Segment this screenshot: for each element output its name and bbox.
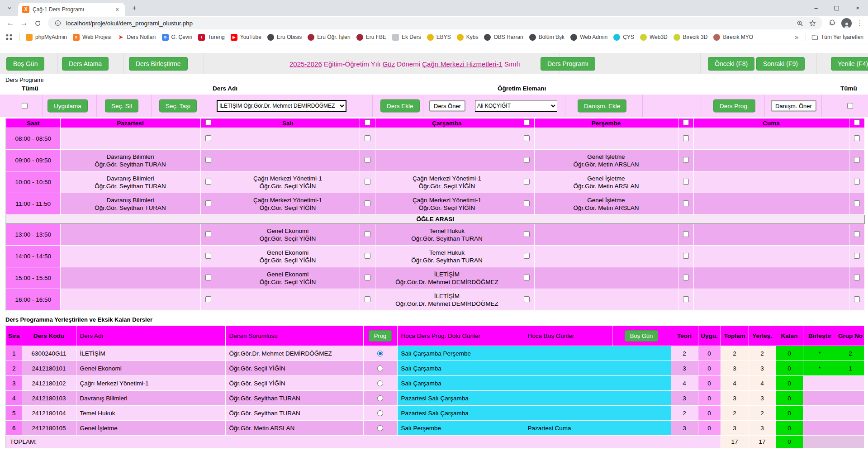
cell-checkbox[interactable]: [365, 253, 370, 259]
cell-checkbox[interactable]: [683, 275, 689, 280]
cell-checkbox[interactable]: [854, 231, 860, 237]
cell-checkbox[interactable]: [683, 157, 689, 163]
day-select-checkbox[interactable]: [683, 119, 689, 125]
danism-ekle-button[interactable]: Danışm. Ekle: [578, 100, 626, 113]
cell-checkbox[interactable]: [365, 296, 370, 302]
bookmark-web3d[interactable]: Web3D: [640, 34, 668, 41]
prog-radio[interactable]: [377, 425, 383, 431]
title-link[interactable]: Çağrı Merkezi Hizmetleri-1: [422, 60, 503, 67]
bookmark-birecik-3d[interactable]: Birecik 3D: [674, 34, 708, 41]
cell-checkbox[interactable]: [365, 157, 370, 163]
cell-checkbox[interactable]: [854, 200, 860, 206]
prog-radio[interactable]: [377, 351, 383, 356]
sec-sil-button[interactable]: Seç. Sil: [105, 100, 138, 113]
bookmark-tureng[interactable]: tTureng: [198, 34, 225, 41]
cell-checkbox[interactable]: [205, 179, 211, 185]
cell-checkbox[interactable]: [365, 135, 370, 141]
bookmark-eru-fbe[interactable]: Eru FBE: [356, 34, 386, 41]
bookmark-eru-obisis[interactable]: Eru Obisis: [267, 34, 302, 41]
yenile-f4-button[interactable]: Yenile (F4): [831, 57, 868, 71]
cell-checkbox[interactable]: [524, 231, 530, 237]
new-tab-button[interactable]: +: [128, 2, 140, 14]
site-info-icon[interactable]: [53, 19, 62, 28]
day-select-checkbox[interactable]: [524, 119, 530, 125]
cell-checkbox[interactable]: [854, 296, 860, 302]
bookmark-eru-r-i-leri[interactable]: Eru Öğr. İşleri: [308, 34, 350, 41]
bookmark-kybs[interactable]: Kybs: [457, 34, 479, 41]
profile-avatar-icon[interactable]: [841, 18, 852, 28]
url-bar[interactable]: localhost/proje/okul/ders_programi_olust…: [48, 17, 822, 29]
cell-checkbox[interactable]: [854, 135, 860, 141]
bos-gun-header-button[interactable]: Boş Gün: [625, 330, 659, 342]
bookmark-youtube[interactable]: ▶YouTube: [231, 34, 261, 41]
browser-tab[interactable]: X Çağ-1 Ders Programı ×: [18, 3, 125, 16]
cell-checkbox[interactable]: [683, 296, 689, 302]
bookmark-star-icon[interactable]: [808, 19, 817, 28]
cell-checkbox[interactable]: [524, 253, 530, 259]
cell-checkbox[interactable]: [365, 179, 370, 185]
cell-checkbox[interactable]: [854, 157, 860, 163]
bookmark-obs-harran[interactable]: OBS Harran: [484, 34, 523, 41]
ders-programi-button[interactable]: Ders Programı: [541, 57, 595, 71]
select-all-left-checkbox[interactable]: [22, 103, 28, 109]
cell-checkbox[interactable]: [205, 253, 211, 259]
cell-checkbox[interactable]: [854, 179, 860, 185]
window-close-button[interactable]: ×: [847, 0, 868, 16]
bookmark-ders-notlar[interactable]: ➤Ders Notları: [118, 34, 156, 41]
cell-checkbox[interactable]: [365, 200, 370, 206]
bookmark-web-admin[interactable]: Web Admin: [570, 34, 607, 41]
day-select-checkbox[interactable]: [365, 119, 370, 125]
extensions-puzzle-icon[interactable]: [828, 19, 837, 28]
zoom-magnifier-icon[interactable]: [795, 19, 804, 28]
cell-checkbox[interactable]: [683, 231, 689, 237]
cell-checkbox[interactable]: [524, 135, 530, 141]
forward-icon[interactable]: →: [18, 17, 30, 29]
reload-icon[interactable]: [32, 17, 43, 29]
bookmark-ek-ders[interactable]: Ek Ders: [392, 34, 421, 41]
cell-checkbox[interactable]: [205, 200, 211, 206]
uygulama-button[interactable]: Uygulama: [47, 100, 88, 113]
bookmark-phpmyadmin[interactable]: phpMyAdmin: [26, 34, 67, 41]
bookmark-ebys[interactable]: EBYS: [427, 34, 451, 41]
back-icon[interactable]: ←: [5, 17, 16, 29]
prog-header-button[interactable]: Prog: [369, 330, 392, 342]
ders-oner-button[interactable]: Ders Öner: [429, 100, 465, 112]
prog-radio[interactable]: [377, 366, 383, 371]
cell-checkbox[interactable]: [365, 231, 370, 237]
danism-oner-button[interactable]: Danışm. Öner: [771, 100, 816, 112]
window-maximize-button[interactable]: [826, 0, 847, 16]
title-link[interactable]: 2025-2026: [289, 60, 322, 67]
ders-birlestirme-button[interactable]: Ders Birleştirme: [129, 57, 188, 71]
bookmark-birecik-myo[interactable]: Birecik MYO: [713, 34, 753, 41]
ders-ekle-button[interactable]: Ders Ekle: [380, 100, 420, 113]
prog-radio[interactable]: [377, 380, 383, 386]
menu-kebab-icon[interactable]: ⋮: [856, 19, 863, 27]
cell-checkbox[interactable]: [205, 296, 211, 302]
onceki-f8-button[interactable]: Önceki (F8): [708, 57, 754, 71]
cell-checkbox[interactable]: [205, 135, 211, 141]
apps-grid-icon[interactable]: [5, 33, 14, 42]
cell-checkbox[interactable]: [205, 275, 211, 280]
url-text[interactable]: localhost/proje/okul/ders_programi_olust…: [66, 20, 792, 27]
cell-checkbox[interactable]: [524, 275, 530, 280]
cell-checkbox[interactable]: [854, 253, 860, 259]
cell-checkbox[interactable]: [524, 200, 530, 206]
cell-checkbox[interactable]: [205, 231, 211, 237]
bos-gun-button[interactable]: Boş Gün: [6, 57, 44, 71]
tab-search-chevron-icon[interactable]: [5, 3, 14, 13]
cell-checkbox[interactable]: [683, 135, 689, 141]
cell-checkbox[interactable]: [683, 200, 689, 206]
prog-radio[interactable]: [377, 410, 383, 416]
instructor-select[interactable]: Ali KOÇYİĞİT: [475, 100, 557, 112]
course-select[interactable]: İLETİŞİM Öğr.Gör.Dr. Mehmet DEMİRDÖĞMEZ: [217, 100, 346, 112]
tab-close-icon[interactable]: ×: [114, 6, 121, 13]
ders-atama-button[interactable]: Ders Atama: [62, 57, 109, 71]
cell-checkbox[interactable]: [524, 296, 530, 302]
cell-checkbox[interactable]: [683, 253, 689, 259]
bookmark-b-l-m-b-k[interactable]: Bölüm Bşk: [529, 34, 564, 41]
cell-checkbox[interactable]: [365, 275, 370, 280]
bookmarks-overflow-icon[interactable]: »: [795, 33, 798, 41]
cell-checkbox[interactable]: [524, 179, 530, 185]
cell-checkbox[interactable]: [524, 157, 530, 163]
cell-checkbox[interactable]: [683, 179, 689, 185]
